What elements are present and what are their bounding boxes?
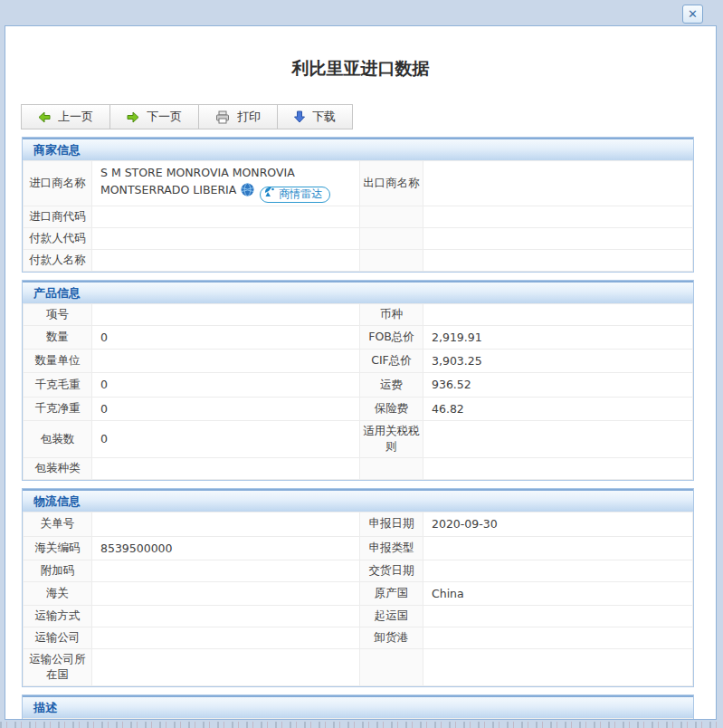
field-value [423, 421, 693, 458]
arrow-down-icon [294, 110, 305, 123]
table-row: 运输公司 卸货港 [24, 627, 693, 649]
field-label: FOB总价 [360, 325, 423, 349]
field-label: 出口商名称 [360, 161, 423, 206]
field-label: 交货日期 [360, 560, 423, 581]
section-description: 描述 产品描述 Lightemitting diode (LED) lamps … [22, 694, 694, 720]
print-button[interactable]: 打印 [199, 105, 278, 129]
field-label: 进口商名称 [24, 161, 92, 206]
field-label: 产品描述 [24, 719, 92, 720]
field-label: 起运国 [360, 606, 423, 627]
field-label [360, 458, 423, 480]
field-value [92, 627, 360, 649]
field-value: 46.82 [423, 397, 693, 420]
field-value [92, 560, 360, 581]
field-label: 包装数 [24, 421, 92, 458]
field-value [92, 249, 360, 271]
field-value [423, 227, 693, 249]
section-merchant-title: 商家信息 [23, 138, 693, 160]
field-label [360, 649, 423, 686]
table-row: 数量单位 CIF总价 3,903.25 [24, 350, 693, 373]
section-description-title: 描述 [23, 695, 693, 718]
section-product: 产品信息 项号 币种 数量 0 FOB总价 2,919.91 数量单位 CIF总… [22, 280, 694, 482]
field-value: 8539500000 [92, 536, 360, 560]
page-title: 利比里亚进口数据 [5, 57, 716, 81]
section-merchant: 商家信息 进口商名称 S M STORE MONROVIA MONROVIA M… [22, 137, 694, 273]
field-label: 数量单位 [24, 350, 92, 373]
field-value [92, 227, 360, 249]
field-value: 3,903.25 [423, 350, 693, 373]
field-value [423, 606, 693, 627]
radar-link[interactable]: 商情雷达 [260, 187, 330, 203]
field-label: 运费 [360, 373, 423, 397]
field-value: 0 [92, 325, 360, 349]
field-label [360, 206, 423, 227]
field-value [92, 458, 360, 480]
table-row: 数量 0 FOB总价 2,919.91 [24, 325, 693, 349]
field-label: 申报日期 [360, 512, 423, 536]
next-page-label: 下一页 [147, 109, 182, 125]
description-table: 产品描述 Lightemitting diode (LED) lamps Lig… [23, 718, 693, 720]
radar-icon [264, 186, 276, 203]
section-logistics: 物流信息 关单号 申报日期 2020-09-30 海关编码 8539500000… [22, 488, 694, 687]
field-value [423, 303, 693, 325]
field-value [423, 161, 693, 206]
field-label: 运输方式 [24, 606, 92, 627]
table-row: 海关 原产国 China [24, 581, 693, 605]
field-value [423, 536, 693, 560]
toolbar: 上一页 下一页 打印 下载 [21, 104, 353, 129]
merchant-table: 进口商名称 S M STORE MONROVIA MONROVIA MONTSE… [23, 160, 693, 272]
field-label: 附加码 [24, 560, 92, 581]
table-row: 千克毛重 0 运费 936.52 [24, 373, 693, 397]
field-value [423, 206, 693, 227]
field-label: 运输公司 [24, 627, 92, 649]
importer-name-cell: S M STORE MONROVIA MONROVIA MONTSERRADO … [92, 161, 360, 206]
table-row: 包装数 0 适用关税税则 [24, 421, 693, 458]
section-logistics-title: 物流信息 [23, 489, 693, 512]
download-label: 下载 [312, 109, 336, 125]
field-label: 运输公司所在国 [24, 649, 92, 686]
import-data-dialog: 利比里亚进口数据 上一页 下一页 打印 [5, 25, 717, 720]
field-value [92, 512, 360, 536]
underlying-page-sliver [0, 722, 723, 728]
radar-label: 商情雷达 [279, 186, 322, 203]
field-value: 936.52 [423, 373, 693, 397]
table-row: 付款人代码 [24, 227, 693, 249]
download-button[interactable]: 下载 [278, 105, 352, 129]
field-label: 付款人代码 [24, 227, 92, 249]
field-label: 保险费 [360, 397, 423, 420]
table-row: 千克净重 0 保险费 46.82 [24, 397, 693, 420]
field-label [360, 227, 423, 249]
table-row: 进口商名称 S M STORE MONROVIA MONROVIA MONTSE… [24, 161, 693, 206]
field-label: 海关 [24, 581, 92, 605]
print-label: 打印 [237, 109, 261, 125]
field-label: 币种 [360, 303, 423, 325]
field-value [423, 249, 693, 271]
field-value [92, 303, 360, 325]
close-button[interactable]: ✕ [682, 5, 703, 24]
table-row: 关单号 申报日期 2020-09-30 [24, 512, 693, 536]
field-label: 包装种类 [24, 458, 92, 480]
field-value [423, 627, 693, 649]
field-value: 0 [92, 421, 360, 458]
table-row: 项号 币种 [24, 303, 693, 325]
field-label: 适用关税税则 [360, 421, 423, 458]
globe-icon[interactable] [241, 183, 254, 201]
field-label: 关单号 [24, 512, 92, 536]
field-label: 卸货港 [360, 627, 423, 649]
field-value [92, 581, 360, 605]
arrow-left-icon [38, 111, 51, 123]
table-row: 海关编码 8539500000 申报类型 [24, 536, 693, 560]
field-label: 数量 [24, 325, 92, 349]
field-label: 付款人名称 [24, 249, 92, 271]
logistics-table: 关单号 申报日期 2020-09-30 海关编码 8539500000 申报类型… [23, 512, 693, 686]
table-row: 包装种类 [24, 458, 693, 480]
section-product-title: 产品信息 [23, 281, 693, 303]
prev-page-label: 上一页 [58, 109, 93, 125]
field-value: 0 [92, 373, 360, 397]
field-label: 进口商代码 [24, 206, 92, 227]
field-value [423, 649, 693, 686]
prev-page-button[interactable]: 上一页 [22, 105, 110, 129]
table-row: 付款人名称 [24, 249, 693, 271]
field-value [92, 649, 360, 686]
next-page-button[interactable]: 下一页 [110, 105, 199, 129]
